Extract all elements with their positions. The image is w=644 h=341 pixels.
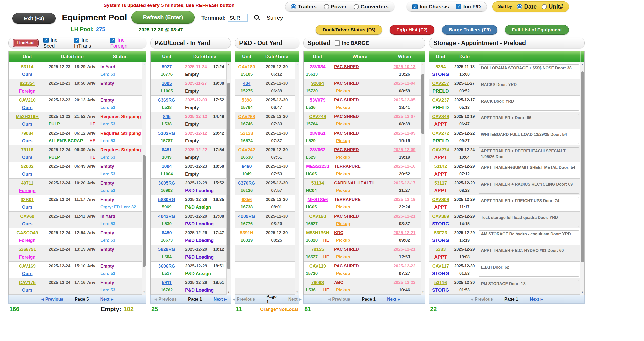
unit-link[interactable]: 3606RG bbox=[158, 264, 175, 269]
sort-option-unit[interactable]: Unit# bbox=[542, 3, 563, 10]
unit-link[interactable]: CAV257 bbox=[432, 81, 449, 86]
unit-link[interactable]: CAV119 bbox=[309, 264, 326, 269]
include-option-inc-chassis[interactable]: ✓Inc Chassis bbox=[412, 4, 449, 10]
pager-next[interactable]: Next▶ bbox=[214, 297, 227, 302]
owner-link[interactable]: Foreign bbox=[19, 188, 36, 193]
unit-link[interactable]: 5383 bbox=[435, 247, 446, 252]
when-link[interactable]: 2025-12-21 bbox=[394, 247, 416, 252]
unit-link[interactable]: 4043RG bbox=[158, 214, 175, 219]
unit-link[interactable]: 6460 bbox=[242, 164, 252, 169]
exit-button[interactable]: Exit (F3) bbox=[12, 13, 56, 24]
pickup-link[interactable]: Pickup bbox=[336, 254, 350, 259]
pickup-link[interactable]: Pickup bbox=[336, 288, 350, 292]
scroll-down-icon[interactable]: ▼ bbox=[227, 290, 231, 294]
owner-link[interactable]: Ours bbox=[22, 172, 32, 177]
where-link[interactable]: CARDINAL HEALTH bbox=[334, 181, 375, 185]
unit-link[interactable]: 5391H bbox=[240, 230, 253, 235]
scroll-thumb[interactable] bbox=[227, 83, 230, 269]
unit-link[interactable]: MESS3233 bbox=[306, 164, 329, 169]
unit-link[interactable]: CAV169 bbox=[19, 264, 36, 269]
when-link[interactable]: 2025-12-05 bbox=[394, 98, 416, 102]
pickup-link[interactable]: Pickup bbox=[336, 89, 350, 93]
scroll-up-icon[interactable]: ▲ bbox=[421, 63, 425, 67]
scroll-thumb[interactable] bbox=[581, 71, 584, 262]
unit-link[interactable]: MEST856 bbox=[307, 197, 328, 202]
owner-link[interactable]: Ours bbox=[22, 205, 32, 210]
when-link[interactable]: 2025-12-04 bbox=[394, 81, 416, 86]
pickup-link[interactable]: Pickup bbox=[336, 221, 350, 226]
unit-link[interactable]: 40711 bbox=[21, 181, 33, 186]
pager-previous[interactable]: ◀Previous bbox=[154, 297, 177, 302]
unit-link[interactable]: CAV268 bbox=[238, 114, 255, 119]
where-link[interactable]: PAC SHRED bbox=[334, 64, 359, 69]
unit-link[interactable]: CAV389 bbox=[432, 214, 449, 219]
unit-link[interactable]: 53114 bbox=[21, 64, 33, 69]
unit-link[interactable]: CAV117 bbox=[432, 264, 449, 269]
unit-link[interactable]: 5828RG bbox=[158, 247, 175, 252]
pager-next[interactable]: Next▶ bbox=[100, 297, 113, 302]
unit-link[interactable]: CAV272 bbox=[432, 131, 449, 136]
unit-link[interactable]: 53142 bbox=[434, 164, 447, 169]
when-link[interactable]: 2025-12-19 bbox=[394, 197, 416, 202]
unit-link[interactable]: 6370RG bbox=[238, 181, 255, 186]
dock-driver-status-f6-button[interactable]: Dock/Driver Status (F6) bbox=[316, 25, 382, 35]
unit-link[interactable]: 53134 bbox=[311, 181, 324, 186]
unit-link[interactable]: 32B01 bbox=[21, 197, 34, 202]
pickup-link[interactable]: Pickup bbox=[336, 155, 350, 160]
filter-option-inc-foreign[interactable]: ✓Inc Foreign bbox=[110, 37, 142, 49]
when-link[interactable]: 2025-12-16 bbox=[394, 164, 416, 169]
unit-link[interactable]: 5354 bbox=[435, 64, 446, 69]
scroll-thumb[interactable] bbox=[421, 74, 424, 134]
owner-link[interactable]: Ours bbox=[22, 122, 32, 127]
inc-barge-checkbox[interactable] bbox=[335, 40, 340, 46]
owner-link[interactable]: Foreign bbox=[19, 238, 36, 243]
unit-link[interactable]: 28V084 bbox=[310, 64, 325, 69]
unit-link[interactable]: CAV210 bbox=[19, 98, 36, 103]
unit-link[interactable]: 92004 bbox=[311, 81, 324, 86]
eqip-hist-f2-button[interactable]: Eqip-Hist (F2) bbox=[390, 25, 434, 35]
unit-link[interactable]: 79155 bbox=[311, 247, 324, 252]
owner-link[interactable]: Ours bbox=[22, 72, 32, 77]
scroll-up-icon[interactable]: ▲ bbox=[142, 63, 146, 67]
type-option-converters[interactable]: Converters bbox=[354, 4, 389, 10]
pager-previous[interactable]: ◀Previous bbox=[233, 297, 255, 302]
unit-link[interactable]: 5911 bbox=[162, 280, 172, 285]
scroll-up-icon[interactable]: ▲ bbox=[227, 63, 231, 67]
unit-link[interactable]: 5927 bbox=[162, 64, 172, 69]
unit-link[interactable]: 5398 bbox=[242, 98, 252, 103]
unit-link[interactable]: 1004 bbox=[162, 164, 172, 169]
search-icon[interactable] bbox=[254, 14, 261, 21]
unit-link[interactable]: M53H319H bbox=[16, 114, 39, 119]
unit-link[interactable]: 28V062 bbox=[310, 147, 325, 152]
unit-link[interactable]: 5366791 bbox=[18, 247, 36, 252]
barge-trailers-f9-button[interactable]: Barge Trailers (F9) bbox=[442, 25, 498, 35]
scroll-down-icon[interactable]: ▼ bbox=[580, 290, 584, 294]
unit-link[interactable]: CAV274 bbox=[432, 147, 449, 152]
unit-link[interactable]: CAV242 bbox=[238, 147, 255, 152]
type-option-trailers[interactable]: Trailers bbox=[291, 4, 317, 10]
unit-link[interactable]: 1005 bbox=[162, 81, 172, 86]
unit-link[interactable]: 28V061 bbox=[310, 131, 325, 136]
where-link[interactable]: TERRAPURE bbox=[334, 164, 361, 169]
pickup-link[interactable]: Pickup bbox=[336, 105, 350, 110]
unit-link[interactable]: 79084 bbox=[21, 131, 33, 136]
pickup-link[interactable]: Pickup bbox=[336, 238, 350, 243]
pickup-link[interactable]: Pickup bbox=[336, 188, 350, 193]
where-link[interactable]: PAC SHRED bbox=[334, 81, 359, 86]
where-link[interactable]: PAC SHRED bbox=[334, 98, 359, 102]
unit-link[interactable]: 53V079 bbox=[310, 98, 325, 103]
when-link[interactable]: 2025-12-22 bbox=[394, 280, 416, 285]
unit-link[interactable]: 5830RG bbox=[158, 197, 175, 202]
when-link[interactable]: 2025-12-21 bbox=[394, 230, 416, 235]
scroll-up-icon[interactable]: ▲ bbox=[295, 63, 299, 67]
unit-link[interactable]: CAV249 bbox=[309, 114, 326, 119]
unit-link[interactable]: 92002 bbox=[21, 164, 33, 169]
when-link[interactable]: 2025-12-21 bbox=[394, 214, 416, 219]
where-link[interactable]: PAC SHRED bbox=[334, 114, 359, 119]
pager-previous[interactable]: ◀Previous bbox=[471, 297, 493, 302]
unit-link[interactable]: CAV349 bbox=[432, 114, 449, 119]
scroll-thumb[interactable] bbox=[143, 155, 146, 267]
where-link[interactable]: TERRAPURE bbox=[334, 197, 361, 202]
unit-link[interactable]: 53F23 bbox=[434, 230, 447, 235]
unit-link[interactable]: CAV193 bbox=[309, 214, 326, 219]
